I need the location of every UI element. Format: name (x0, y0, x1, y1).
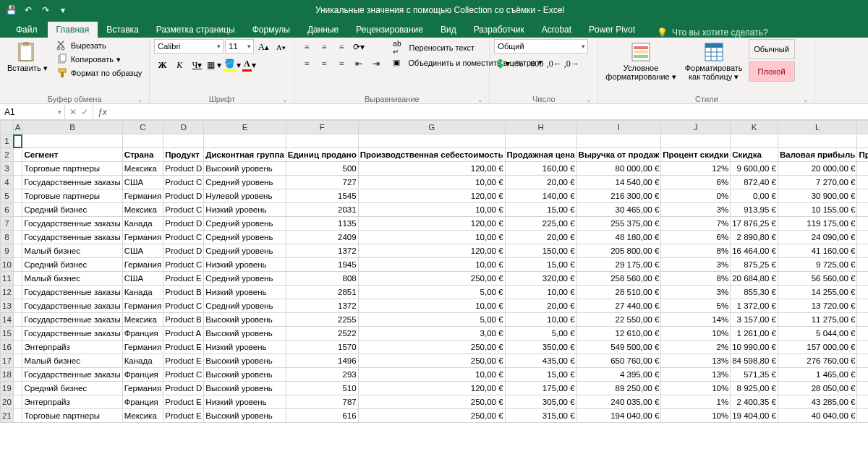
cell[interactable] (13, 395, 22, 409)
row-header[interactable]: 16 (1, 340, 14, 354)
underline-button[interactable]: Ч ▾ (189, 57, 205, 73)
cell[interactable]: Product C (163, 368, 204, 382)
font-size-select[interactable]: 11 (225, 39, 254, 53)
cell[interactable] (13, 286, 22, 299)
tab-данные[interactable]: Данные (299, 22, 347, 38)
cell[interactable]: Государственные заказы (22, 327, 122, 340)
fill-color-button[interactable]: 🪣▾ (224, 57, 239, 73)
table-header[interactable]: Выручка от продаж (576, 148, 661, 162)
row-header[interactable]: 20 (1, 395, 14, 409)
cell[interactable]: 10 990,00 € (731, 340, 778, 354)
cell[interactable]: 15,00 € (505, 368, 576, 382)
cell[interactable] (13, 340, 22, 354)
cell[interactable]: 56 560,00 € (778, 272, 856, 286)
align-middle-icon[interactable]: ≡ (316, 39, 332, 55)
cell[interactable]: 893,65 € (857, 368, 868, 382)
row-header[interactable]: 11 (1, 272, 14, 286)
cancel-formula-icon[interactable]: ✕ (69, 107, 77, 117)
cell[interactable]: 14% (661, 313, 731, 327)
cell[interactable]: 41 160,00 € (778, 244, 856, 258)
cell[interactable]: 240 035,00 € (576, 395, 661, 409)
cell[interactable]: 0% (661, 189, 731, 203)
cell[interactable]: Product C (163, 176, 204, 189)
cell[interactable]: Product C (163, 299, 204, 313)
indent-increase-icon[interactable]: ⇥ (368, 56, 384, 72)
fx-icon[interactable]: ƒx (93, 107, 107, 117)
cell[interactable]: 10% (661, 382, 731, 395)
row-header[interactable]: 4 (1, 176, 14, 189)
table-header[interactable]: Производственная себестоимость (358, 148, 505, 162)
cell[interactable]: 16 464,00 € (731, 244, 778, 258)
align-left-icon[interactable]: ≡ (299, 56, 315, 72)
cell[interactable]: 5,00 € (505, 327, 576, 340)
cell[interactable]: 120,00 € (358, 217, 505, 231)
cell[interactable]: Торговые партнеры (22, 162, 122, 176)
cell[interactable] (13, 231, 22, 244)
cell[interactable]: 101 298,75 € (857, 217, 868, 231)
cell[interactable] (13, 189, 22, 203)
copy-button[interactable]: Копировать ▾ (54, 53, 145, 66)
cell[interactable]: 10 155,00 € (778, 203, 856, 217)
cell[interactable]: 20,00 € (505, 299, 576, 313)
cell[interactable]: Product C (163, 203, 204, 217)
cell[interactable] (13, 409, 22, 423)
tab-power pivot[interactable]: Power Pivot (580, 22, 644, 38)
cell[interactable]: 2 890,80 € (731, 231, 778, 244)
cell[interactable]: 787 (286, 395, 358, 409)
cell[interactable] (13, 299, 22, 313)
currency-icon[interactable]: 💲▾ (494, 56, 510, 72)
cell[interactable]: Средний бизнес (22, 382, 122, 395)
cell[interactable]: 255 375,00 € (576, 217, 661, 231)
cell[interactable]: 10,00 € (358, 203, 505, 217)
tab-главная[interactable]: Главная (48, 22, 98, 38)
cell[interactable]: 225,00 € (505, 217, 576, 231)
cell[interactable]: 24 696,00 € (857, 244, 868, 258)
table-header[interactable]: Прибыль от продаж (857, 148, 868, 162)
cell[interactable]: 10,00 € (358, 231, 505, 244)
cell[interactable]: 8 849,75 € (857, 258, 868, 272)
cell[interactable]: 350,00 € (505, 340, 576, 354)
number-format-select[interactable]: Общий (494, 39, 588, 53)
cell[interactable]: 5,00 € (358, 286, 505, 299)
cell[interactable]: 10,00 € (358, 299, 505, 313)
cell[interactable]: Германия (122, 340, 163, 354)
cell[interactable]: 30 465,00 € (576, 203, 661, 217)
cell[interactable]: 43 285,00 € (778, 395, 856, 409)
cell[interactable]: Канада (122, 217, 163, 231)
cell[interactable]: 20 636,00 € (857, 409, 868, 423)
cell[interactable]: 84 598,80 € (731, 354, 778, 368)
cell[interactable]: 2409 (286, 231, 358, 244)
cell[interactable]: 872,40 € (731, 176, 778, 189)
cell[interactable]: 20,00 € (505, 231, 576, 244)
cell[interactable]: Product D (163, 189, 204, 203)
cell[interactable]: 11 275,00 € (778, 313, 856, 327)
cell[interactable] (13, 313, 22, 327)
cell[interactable]: Государственные заказы (22, 313, 122, 327)
cell[interactable]: 9 600,00 € (731, 162, 778, 176)
cell[interactable]: Средний уровень (204, 299, 286, 313)
font-color-button[interactable]: A▾ (241, 57, 257, 73)
col-header-K[interactable]: K (731, 121, 778, 134)
cell[interactable]: 3,00 € (358, 327, 505, 340)
cell[interactable]: 205 800,00 € (576, 244, 661, 258)
cell[interactable]: Product B (163, 286, 204, 299)
cell[interactable]: 1570 (286, 340, 358, 354)
decrease-font-icon[interactable]: A▾ (273, 39, 289, 55)
cell[interactable]: Product E (163, 409, 204, 423)
cell[interactable]: 8 925,00 € (731, 382, 778, 395)
cell[interactable]: 13 720,00 € (778, 299, 856, 313)
cell[interactable]: 1 465,00 € (778, 368, 856, 382)
cell[interactable]: 875,25 € (731, 258, 778, 272)
cell[interactable]: Высокий уровень (204, 354, 286, 368)
cell[interactable]: 120,00 € (358, 244, 505, 258)
cell[interactable] (13, 382, 22, 395)
cell[interactable]: Канада (122, 286, 163, 299)
cell[interactable]: 30 900,00 € (778, 189, 856, 203)
cell[interactable]: 10% (661, 327, 731, 340)
cell[interactable]: 9 241,05 € (857, 203, 868, 217)
cell[interactable]: 20,00 € (505, 176, 576, 189)
cell[interactable]: 250,00 € (358, 272, 505, 286)
cell[interactable]: 6 397,60 € (857, 176, 868, 189)
cell[interactable]: 650 760,00 € (576, 354, 661, 368)
cell[interactable]: Product E (163, 395, 204, 409)
